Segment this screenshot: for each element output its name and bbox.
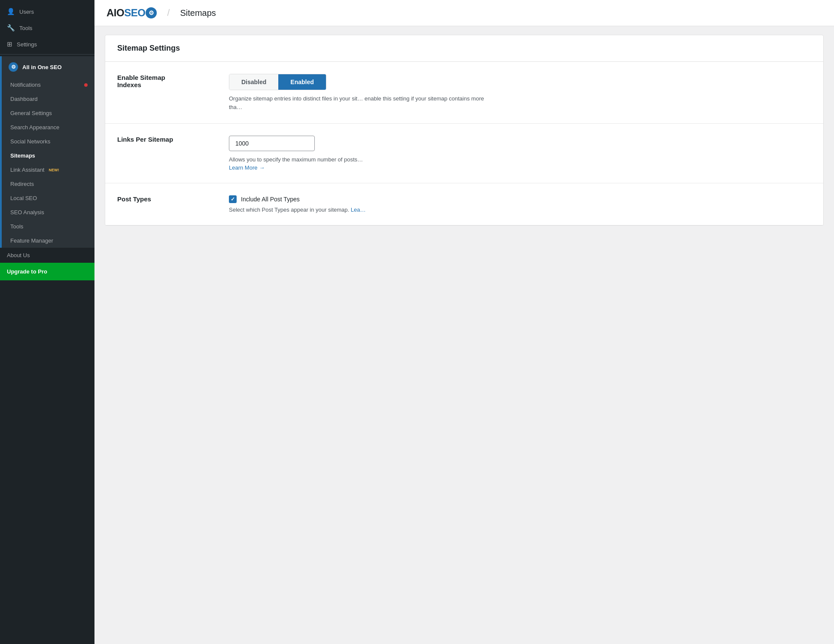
post-types-learn-more-link[interactable]: Lea…	[351, 207, 366, 213]
redirects-label: Redirects	[10, 181, 34, 187]
sidebar-item-tools[interactable]: 🔧 Tools	[0, 20, 94, 36]
local-seo-label: Local SEO	[10, 195, 37, 201]
sidebar-divider	[0, 54, 94, 55]
user-icon: 👤	[7, 8, 15, 15]
sidebar: 👤 Users 🔧 Tools ⊞ Settings ⚙ All in One …	[0, 0, 94, 644]
sidebar-label-tools: Tools	[19, 25, 32, 31]
logo-seo-text: SEO	[124, 7, 145, 19]
about-us-label: About Us	[7, 252, 30, 258]
post-types-label: Post Types	[117, 195, 212, 203]
social-networks-label: Social Networks	[10, 138, 50, 145]
post-types-row: Post Types ✓ Include All Post Types Sele…	[105, 183, 823, 225]
sidebar-top-section: 👤 Users 🔧 Tools ⊞ Settings	[0, 0, 94, 52]
sidebar-item-tools-aioseo[interactable]: Tools	[2, 219, 94, 234]
settings-icon: ⊞	[7, 40, 12, 48]
post-types-label-col: Post Types	[117, 195, 212, 203]
learn-more-text: Learn More	[229, 164, 257, 171]
search-appearance-label: Search Appearance	[10, 124, 59, 131]
sidebar-item-search-appearance[interactable]: Search Appearance	[2, 120, 94, 134]
upgrade-label: Upgrade to Pro	[7, 268, 47, 275]
aioseo-section: ⚙ All in One SEO Notifications Dashboard…	[0, 56, 94, 248]
sitemaps-label: Sitemaps	[10, 152, 35, 159]
sidebar-item-general-settings[interactable]: General Settings	[2, 106, 94, 120]
sidebar-item-redirects[interactable]: Redirects	[2, 177, 94, 191]
logo-gear-icon: ⚙	[146, 7, 157, 18]
content-area: Sitemap Settings Enable SitemapIndexes D…	[94, 26, 834, 644]
feature-manager-label: Feature Manager	[10, 237, 53, 244]
sidebar-item-feature-manager[interactable]: Feature Manager	[2, 234, 94, 248]
link-assistant-label: Link Assistant	[10, 167, 45, 173]
disabled-toggle-button[interactable]: Disabled	[229, 74, 278, 90]
page-header: AIO SEO ⚙ / Sitemaps	[94, 0, 834, 26]
sidebar-item-social-networks[interactable]: Social Networks	[2, 134, 94, 149]
seo-analysis-label: SEO Analysis	[10, 209, 44, 216]
general-settings-label: General Settings	[10, 110, 52, 116]
sidebar-item-notifications[interactable]: Notifications	[2, 78, 94, 92]
aioseo-logo: AIO SEO ⚙	[107, 7, 157, 19]
sidebar-item-about-us[interactable]: About Us	[0, 248, 94, 263]
tools-icon: 🔧	[7, 24, 15, 32]
aioseo-gear-icon: ⚙	[9, 62, 18, 72]
include-all-post-types-checkbox[interactable]: ✓	[229, 195, 237, 203]
include-all-post-types-row: ✓ Include All Post Types	[229, 195, 811, 203]
sidebar-item-settings[interactable]: ⊞ Settings	[0, 36, 94, 52]
sidebar-item-users[interactable]: 👤 Users	[0, 3, 94, 20]
include-all-post-types-label: Include All Post Types	[241, 196, 300, 203]
enable-sitemap-indexes-row: Enable SitemapIndexes Disabled Enabled O…	[105, 62, 823, 124]
aioseo-header[interactable]: ⚙ All in One SEO	[2, 56, 94, 78]
settings-card-title: Sitemap Settings	[117, 44, 180, 52]
settings-card: Sitemap Settings Enable SitemapIndexes D…	[105, 35, 824, 226]
links-per-sitemap-label: Links Per Sitemap	[117, 136, 212, 143]
sidebar-item-local-seo[interactable]: Local SEO	[2, 191, 94, 205]
sidebar-label-users: Users	[19, 9, 34, 15]
links-per-sitemap-input[interactable]	[229, 136, 315, 151]
checkmark-icon: ✓	[231, 196, 235, 202]
logo-aio-text: AIO	[107, 7, 124, 19]
enable-sitemap-label: Enable SitemapIndexes	[117, 74, 212, 88]
dashboard-label: Dashboard	[10, 96, 38, 102]
sidebar-item-sitemaps[interactable]: Sitemaps	[2, 149, 94, 163]
links-per-sitemap-label-col: Links Per Sitemap	[117, 136, 212, 143]
page-title: Sitemaps	[180, 8, 216, 18]
sitemap-toggle-group: Disabled Enabled	[229, 74, 326, 90]
sidebar-item-seo-analysis[interactable]: SEO Analysis	[2, 205, 94, 219]
new-badge: NEW!	[49, 168, 59, 172]
post-types-control-col: ✓ Include All Post Types Select which Po…	[229, 195, 811, 213]
links-per-sitemap-control-col: Allows you to specify the maximum number…	[229, 136, 811, 171]
upgrade-to-pro-button[interactable]: Upgrade to Pro	[0, 263, 94, 280]
sidebar-label-settings: Settings	[17, 41, 37, 48]
links-per-sitemap-description: Allows you to specify the maximum number…	[229, 155, 487, 164]
post-types-description: Select which Post Types appear in your s…	[229, 207, 811, 213]
settings-card-header: Sitemap Settings	[105, 35, 823, 62]
sidebar-item-dashboard[interactable]: Dashboard	[2, 92, 94, 106]
enabled-toggle-button[interactable]: Enabled	[278, 74, 326, 90]
enable-sitemap-control-col: Disabled Enabled Organize sitemap entrie…	[229, 74, 811, 111]
notifications-label: Notifications	[10, 82, 41, 88]
tools-aioseo-label: Tools	[10, 223, 23, 230]
sidebar-item-link-assistant[interactable]: Link Assistant NEW!	[2, 163, 94, 177]
notification-dot	[84, 83, 88, 87]
aioseo-header-label: All in One SEO	[22, 64, 62, 70]
learn-more-link[interactable]: Learn More →	[229, 164, 265, 171]
header-divider: /	[167, 7, 170, 18]
learn-more-arrow: →	[259, 164, 265, 171]
sitemap-indexes-description: Organize sitemap entries into distinct f…	[229, 94, 487, 111]
main-content: AIO SEO ⚙ / Sitemaps Sitemap Settings En…	[94, 0, 834, 644]
links-per-sitemap-row: Links Per Sitemap Allows you to specify …	[105, 124, 823, 183]
enable-sitemap-label-col: Enable SitemapIndexes	[117, 74, 212, 88]
